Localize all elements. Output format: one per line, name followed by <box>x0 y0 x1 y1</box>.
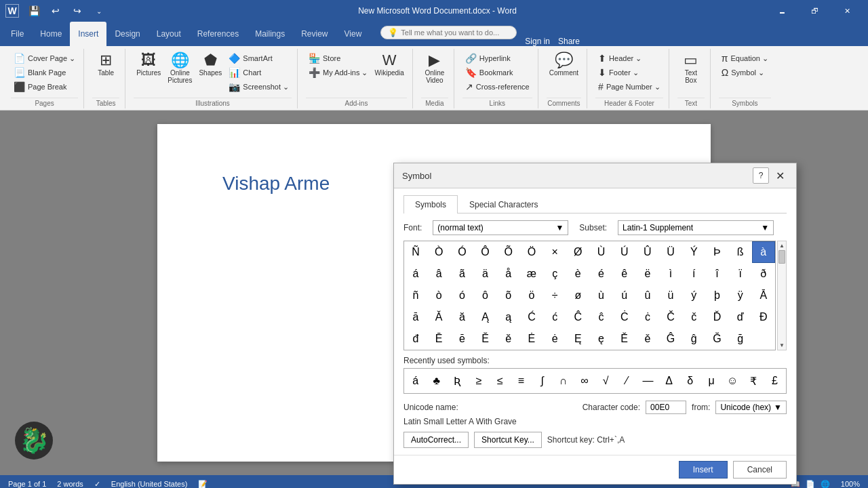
recent-symbol-cell[interactable]: ₹ <box>744 370 764 392</box>
insert-button[interactable]: Insert <box>679 461 728 479</box>
symbol-cell[interactable]: ê <box>613 263 636 285</box>
symbol-cell[interactable]: ç <box>543 263 566 285</box>
symbol-cell[interactable]: Ò <box>427 241 450 263</box>
close-button[interactable]: ✕ <box>831 0 863 22</box>
symbol-cell[interactable]: đ <box>404 328 427 350</box>
equation-button[interactable]: π Equation ⌄ <box>719 52 771 65</box>
character-code-input[interactable] <box>646 401 686 414</box>
symbol-cell[interactable]: ð <box>752 263 775 285</box>
symbol-cell[interactable]: å <box>497 263 520 285</box>
blank-page-button[interactable]: 📃 Blank Page <box>11 66 78 79</box>
symbol-cell[interactable]: ĉ <box>590 306 613 328</box>
scroll-down-arrow[interactable]: ▼ <box>779 342 785 348</box>
help-button[interactable]: ? <box>753 167 769 184</box>
symbol-cell[interactable]: ã <box>450 263 473 285</box>
symbol-cell[interactable]: î <box>705 263 728 285</box>
tell-me-input[interactable] <box>401 28 509 37</box>
screenshot-button[interactable]: 📷 Screenshot ⌄ <box>226 80 292 94</box>
symbol-cell[interactable]: á <box>404 263 427 285</box>
dialog-close-button[interactable]: ✕ <box>772 167 788 184</box>
symbol-cell[interactable]: à <box>752 241 775 263</box>
bookmark-button[interactable]: 🔖 Bookmark <box>462 66 532 79</box>
subset-select[interactable]: Latin-1 Supplement ▼ <box>618 220 774 235</box>
symbol-cell[interactable]: č <box>682 306 705 328</box>
symbol-cell[interactable]: ę <box>590 328 613 350</box>
symbol-cell[interactable]: ú <box>613 285 636 306</box>
recent-symbol-cell[interactable]: δ <box>680 370 700 392</box>
symbol-cell[interactable]: ø <box>566 285 589 306</box>
symbol-cell[interactable]: ā <box>404 306 427 328</box>
cross-ref-button[interactable]: ↗ Cross-reference <box>462 80 532 94</box>
sign-in-button[interactable]: Sign in <box>525 37 550 46</box>
symbol-cell[interactable]: Ę <box>566 328 589 350</box>
symbol-cell[interactable]: Ñ <box>404 241 427 263</box>
symbol-cell[interactable]: ì <box>659 263 682 285</box>
symbol-cell[interactable]: Ú <box>613 241 636 263</box>
undo-button[interactable]: ↩ <box>46 1 65 20</box>
font-select[interactable]: (normal text) ▼ <box>433 220 568 235</box>
customize-button[interactable]: ⌄ <box>90 1 108 20</box>
symbol-cell[interactable]: ÷ <box>543 285 566 306</box>
symbol-cell[interactable]: Ć <box>520 306 543 328</box>
tab-symbols[interactable]: Symbols <box>403 195 458 214</box>
symbol-button[interactable]: Ω Symbol ⌄ <box>719 66 771 79</box>
symbol-cell[interactable]: Ċ <box>613 306 636 328</box>
symbol-cell[interactable]: ě <box>636 328 659 350</box>
recent-symbol-cell[interactable]: ∕ <box>617 370 637 392</box>
tab-home[interactable]: Home <box>32 22 70 46</box>
symbol-cell[interactable]: ÿ <box>729 285 752 306</box>
symbol-cell[interactable]: × <box>543 241 566 263</box>
recent-symbol-cell[interactable]: ≤ <box>490 370 510 392</box>
symbol-cell[interactable]: ą <box>497 306 520 328</box>
recent-symbol-cell[interactable]: √ <box>596 370 616 392</box>
symbol-cell[interactable]: ù <box>590 285 613 306</box>
my-addins-button[interactable]: ➕ My Add-ins ⌄ <box>306 66 370 79</box>
redo-button[interactable]: ↪ <box>68 1 87 20</box>
symbol-cell[interactable]: ď <box>729 306 752 328</box>
symbol-cell[interactable]: í <box>682 263 705 285</box>
tab-special-chars[interactable]: Special Characters <box>458 195 549 214</box>
symbol-cell[interactable]: Ė <box>520 328 543 350</box>
symbol-cell[interactable]: Ď <box>705 306 728 328</box>
symbol-cell[interactable]: ò <box>427 285 450 306</box>
shortcut-key-button[interactable]: Shortcut Key... <box>474 432 542 448</box>
symbol-cell[interactable]: æ <box>520 263 543 285</box>
symbol-cell[interactable]: Đ <box>752 306 775 328</box>
symbol-cell[interactable]: ß <box>729 241 752 263</box>
symbol-cell[interactable]: â <box>427 263 450 285</box>
scroll-handle[interactable] <box>778 250 785 264</box>
symbol-cell[interactable]: Ö <box>520 241 543 263</box>
tab-mailings[interactable]: Mailings <box>247 22 293 46</box>
scroll-up-arrow[interactable]: ▲ <box>779 243 785 249</box>
symbol-cell[interactable]: Ĉ <box>566 306 589 328</box>
tab-layout[interactable]: Layout <box>149 22 189 46</box>
symbol-cell[interactable]: Ğ <box>705 328 728 350</box>
page-number-button[interactable]: # Page Number ⌄ <box>595 80 663 94</box>
recent-symbol-cell[interactable]: Ʀ <box>448 370 467 392</box>
symbol-cell[interactable]: Ā <box>752 285 775 306</box>
recent-symbol-cell[interactable]: Δ <box>659 370 679 392</box>
cover-page-button[interactable]: 📄 Cover Page ⌄ <box>11 52 78 65</box>
footer-button[interactable]: ⬇ Footer ⌄ <box>595 66 663 79</box>
from-select[interactable]: Unicode (hex) ▼ <box>715 401 787 414</box>
symbol-cell[interactable]: Þ <box>705 241 728 263</box>
header-button[interactable]: ⬆ Header ⌄ <box>595 52 663 65</box>
tab-review[interactable]: Review <box>293 22 336 46</box>
recent-symbol-cell[interactable]: ☺ <box>723 370 743 392</box>
minimize-button[interactable]: 🗕 <box>766 0 797 22</box>
grid-scrollbar[interactable]: ▲ ▼ <box>777 241 787 350</box>
recent-symbol-cell[interactable]: ∩ <box>553 370 573 392</box>
symbol-cell[interactable]: ė <box>543 328 566 350</box>
symbol-cell[interactable]: Ē <box>427 328 450 350</box>
tab-view[interactable]: View <box>336 22 370 46</box>
symbol-cell[interactable]: Ù <box>590 241 613 263</box>
pictures-button[interactable]: 🖼 Pictures <box>134 52 163 78</box>
recent-symbol-cell[interactable]: ♣ <box>427 370 446 392</box>
symbol-cell[interactable]: ċ <box>636 306 659 328</box>
symbol-cell[interactable]: Ě <box>613 328 636 350</box>
hyperlink-button[interactable]: 🔗 Hyperlink <box>462 52 532 65</box>
symbol-cell[interactable]: Ó <box>450 241 473 263</box>
wikipedia-button[interactable]: W Wikipedia <box>372 52 407 78</box>
symbol-cell[interactable]: ö <box>520 285 543 306</box>
symbol-cell[interactable]: Ý <box>682 241 705 263</box>
